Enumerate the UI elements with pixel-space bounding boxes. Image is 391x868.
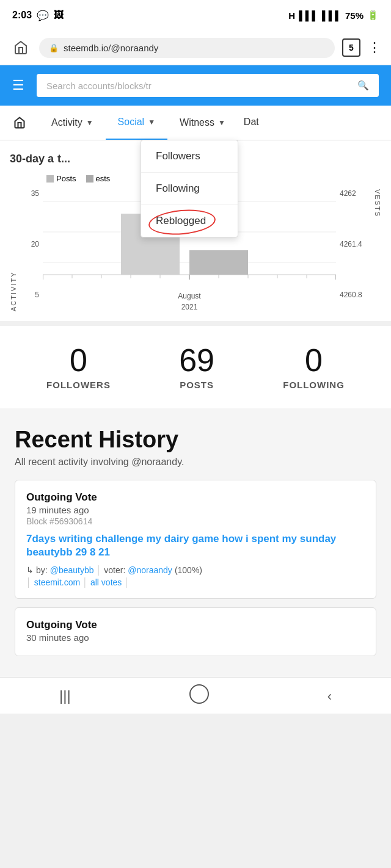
reply-icon: ↳ <box>26 565 34 575</box>
posts-count: 69 <box>179 344 214 376</box>
y-axis-activity-label: ACTIVITY <box>10 189 17 311</box>
signal-icon: ▌▌▌ <box>299 10 318 21</box>
tab-data[interactable]: Dat <box>238 106 265 140</box>
chart-title: 30-day a <box>10 153 54 165</box>
search-bar[interactable]: Search accounts/blocks/tr 🔍 <box>37 74 379 97</box>
app-header: ☰ Search accounts/blocks/tr 🔍 <box>0 65 391 106</box>
card-type-1: Outgoing Vote <box>26 491 365 504</box>
hamburger-menu-button[interactable]: ☰ <box>12 78 24 93</box>
tab-count-badge[interactable]: 5 <box>342 38 360 57</box>
time-display: 2:03 <box>12 10 32 21</box>
card-block-1: Block #56930614 <box>26 516 365 526</box>
tab-witness-label: Witness <box>180 117 214 128</box>
tab-witness[interactable]: Witness ▼ <box>167 106 238 140</box>
bottom-menu-button[interactable]: ||| <box>41 681 89 711</box>
voter-pct: (100%) <box>175 565 202 575</box>
stat-following: 0 FOLLOWING <box>283 344 345 390</box>
steemit-link[interactable]: steemit.com <box>34 577 80 587</box>
card-voter-link[interactable]: @noraandy <box>128 565 172 575</box>
card-time-1: 19 minutes ago <box>26 505 365 515</box>
card-type-2: Outgoing Vote <box>26 619 365 631</box>
nav-tabs: Activity ▼ Social ▼ Witness ▼ Dat Follow… <box>0 106 391 140</box>
stats-section: 0 FOLLOWERS 69 POSTS 0 FOLLOWING <box>0 321 391 408</box>
image-icon: 🖼 <box>54 10 64 21</box>
followers-label: FOLLOWERS <box>46 380 111 390</box>
tab-witness-arrow: ▼ <box>218 118 225 127</box>
voter-label: voter: <box>104 565 125 575</box>
following-label: FOLLOWING <box>283 380 345 390</box>
bottom-nav: ||| ‹ <box>0 677 391 714</box>
bottom-home-button[interactable] <box>171 678 227 714</box>
following-count: 0 <box>283 344 345 376</box>
card-meta-links-1: │ steemit.com │ all votes │ <box>26 577 365 587</box>
bottom-back-button[interactable]: ‹ <box>309 681 350 711</box>
recent-history-title: Recent History <box>15 427 376 453</box>
svg-rect-5 <box>189 250 248 275</box>
by-label: by: <box>36 565 48 575</box>
chart-title-suffix: t... <box>57 153 70 165</box>
recent-history-section: Recent History All recent activity invol… <box>0 408 391 677</box>
status-right: H ▌▌▌ ▌▌▌ 75% 🔋 <box>288 10 379 21</box>
all-votes-link[interactable]: all votes <box>90 577 122 587</box>
history-card-1: Outgoing Vote 19 minutes ago Block #5693… <box>15 480 376 599</box>
browser-home-button[interactable] <box>10 37 32 59</box>
stat-posts: 69 POSTS <box>179 344 214 390</box>
history-card-2: Outgoing Vote 30 minutes ago <box>15 607 376 656</box>
tab-activity[interactable]: Activity ▼ <box>39 106 106 140</box>
tab-social[interactable]: Social ▼ <box>106 106 167 140</box>
dropdown-following[interactable]: Following <box>141 173 238 205</box>
posts-label: POSTS <box>179 380 214 390</box>
recent-history-subtitle: All recent activity involving @noraandy. <box>15 457 376 468</box>
followers-count: 0 <box>46 344 111 376</box>
message-icon: 💬 <box>37 10 49 21</box>
signal-icon2: ▌▌▌ <box>322 10 342 21</box>
battery-display: 75% <box>345 10 364 21</box>
tab-social-label: Social <box>118 117 145 128</box>
tab-activity-arrow: ▼ <box>86 118 93 127</box>
legend-posts: Posts <box>46 174 76 183</box>
search-icon: 🔍 <box>357 80 369 91</box>
card-time-2: 30 minutes ago <box>26 632 365 643</box>
card-meta-1: ↳ by: @beautybb │ voter: @noraandy (100%… <box>26 565 365 575</box>
legend-ests: ests <box>86 174 111 183</box>
main-content: Activity ▼ Social ▼ Witness ▼ Dat Follow… <box>0 106 391 677</box>
y-labels-left: 35 20 5 <box>21 189 39 311</box>
card-by-link[interactable]: @beautybb <box>50 565 94 575</box>
search-placeholder: Search accounts/blocks/tr <box>46 81 152 91</box>
dropdown-reblogged[interactable]: Reblogged <box>141 205 238 237</box>
more-options-button[interactable]: ⋮ <box>368 40 381 56</box>
tab-home[interactable] <box>0 106 39 140</box>
url-bar[interactable]: 🔒 steemdb.io/@noraandy <box>39 38 335 58</box>
stat-followers: 0 FOLLOWERS <box>46 344 111 390</box>
x-axis-year: 2021 <box>181 300 198 311</box>
y-axis-vests-label: VESTS <box>374 189 381 311</box>
social-dropdown: Followers Following Reblogged <box>141 140 238 237</box>
y-labels-right: 4262 4261.4 4260.8 <box>340 189 370 311</box>
reblogged-annotation: Reblogged <box>156 215 206 227</box>
lock-icon: 🔒 <box>49 43 59 52</box>
battery-icon: 🔋 <box>367 10 379 21</box>
status-left: 2:03 💬 🖼 <box>12 10 64 21</box>
url-text: steemdb.io/@noraandy <box>64 43 158 53</box>
x-axis-month: August <box>178 289 200 300</box>
tab-social-arrow: ▼ <box>148 118 155 126</box>
browser-bar: 🔒 steemdb.io/@noraandy 5 ⋮ <box>0 31 391 65</box>
status-bar: 2:03 💬 🖼 H ▌▌▌ ▌▌▌ 75% 🔋 <box>0 0 391 31</box>
card-link-1[interactable]: 7days writing challenge my dairy game ho… <box>26 532 365 559</box>
tab-activity-label: Activity <box>51 117 82 128</box>
h-indicator: H <box>288 10 295 21</box>
dropdown-followers[interactable]: Followers <box>141 140 238 173</box>
